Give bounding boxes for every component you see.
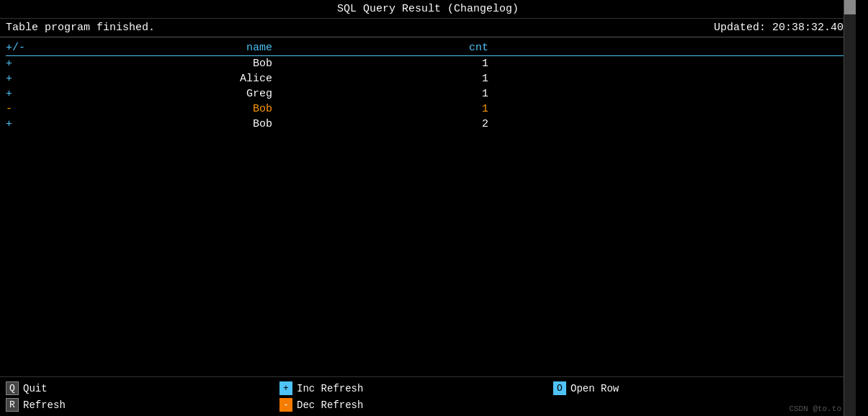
status-bar: Table program finished. Updated: 20:38:3… xyxy=(0,19,856,37)
row-cnt: 1 xyxy=(416,58,488,70)
bottom-bar: Q Quit R Refresh + Inc Refresh - Dec Ref… xyxy=(0,376,856,416)
row-name: Bob xyxy=(42,118,272,130)
row-cnt: 1 xyxy=(416,103,488,115)
table-row[interactable]: +Greg1 xyxy=(6,86,850,101)
row-sign: + xyxy=(6,118,42,130)
shortcut-dec[interactable]: - Dec Refresh xyxy=(279,398,553,412)
row-cnt: 2 xyxy=(416,118,488,130)
dec-key: - xyxy=(279,398,292,412)
table-area: +/- name cnt +Bob1+Alice1+Greg1-Bob1+Bob… xyxy=(0,37,856,135)
inc-key: + xyxy=(279,381,292,395)
refresh-label: Refresh xyxy=(23,399,66,411)
shortcut-quit[interactable]: Q Quit xyxy=(6,381,279,395)
watermark: CSDN @to.to xyxy=(789,404,841,413)
row-sign: + xyxy=(6,73,42,85)
row-sign: + xyxy=(6,88,42,100)
quit-key: Q xyxy=(6,381,19,395)
scrollbar-thumb[interactable] xyxy=(844,0,856,14)
inc-label: Inc Refresh xyxy=(297,383,363,394)
table-row[interactable]: +Alice1 xyxy=(6,71,850,86)
shortcut-inc[interactable]: + Inc Refresh xyxy=(279,381,553,395)
quit-label: Quit xyxy=(23,383,48,394)
shortcuts-right: O Open Row xyxy=(553,381,769,412)
row-name: Greg xyxy=(42,88,272,100)
open-label: Open Row xyxy=(571,383,619,394)
status-right: Updated: 20:38:32.401 xyxy=(714,22,850,34)
table-row[interactable]: +Bob2 xyxy=(6,117,850,132)
open-key: O xyxy=(553,381,566,395)
scrollbar[interactable] xyxy=(844,0,856,416)
row-sign: + xyxy=(6,58,42,70)
shortcut-refresh[interactable]: R Refresh xyxy=(6,398,279,412)
table-header: +/- name cnt xyxy=(6,40,850,56)
header-sign: +/- xyxy=(6,42,42,54)
table-rows-container: +Bob1+Alice1+Greg1-Bob1+Bob2 xyxy=(6,56,850,132)
row-sign: - xyxy=(6,103,42,115)
row-name: Bob xyxy=(42,58,272,70)
title-bar: SQL Query Result (Changelog) xyxy=(0,0,856,19)
table-row[interactable]: -Bob1 xyxy=(6,101,850,117)
row-name: Bob xyxy=(42,103,272,115)
table-row[interactable]: +Bob1 xyxy=(6,56,850,71)
row-cnt: 1 xyxy=(416,88,488,100)
header-cnt: cnt xyxy=(416,42,488,54)
shortcuts-left: Q Quit R Refresh xyxy=(6,381,279,412)
main-container: SQL Query Result (Changelog) Table progr… xyxy=(0,0,856,416)
header-name: name xyxy=(42,42,272,54)
refresh-key: R xyxy=(6,398,19,412)
window-title: SQL Query Result (Changelog) xyxy=(337,3,519,15)
shortcuts-middle: + Inc Refresh - Dec Refresh xyxy=(279,381,553,412)
row-cnt: 1 xyxy=(416,73,488,85)
shortcut-open[interactable]: O Open Row xyxy=(553,381,769,395)
status-left: Table program finished. xyxy=(6,22,155,34)
dec-label: Dec Refresh xyxy=(297,399,363,411)
row-name: Alice xyxy=(42,73,272,85)
